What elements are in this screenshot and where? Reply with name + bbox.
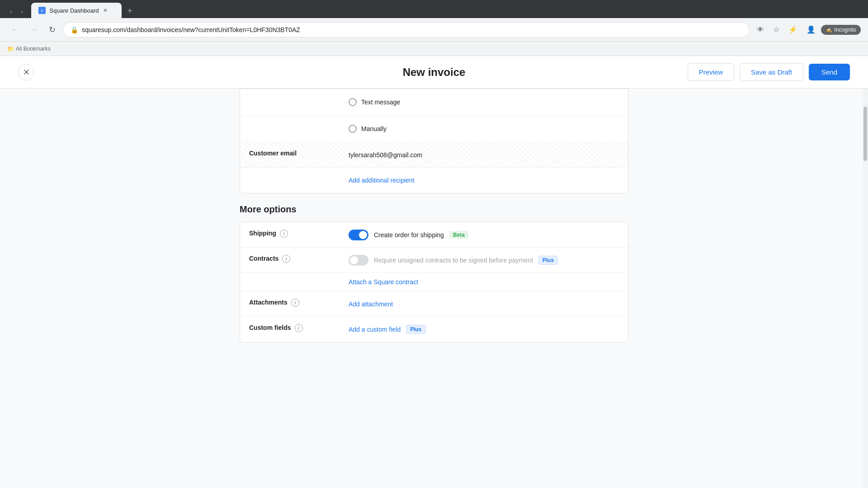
scrollbar-thumb[interactable] (863, 107, 867, 161)
add-custom-field-link[interactable]: Add a custom field (349, 326, 401, 333)
add-recipient-link[interactable]: Add additional recipient (349, 177, 415, 184)
new-tab-btn[interactable]: + (123, 4, 136, 18)
tab-favicon: S (38, 7, 46, 14)
shipping-beta-badge: Beta (449, 231, 468, 239)
close-invoice-btn[interactable]: ✕ (18, 64, 34, 80)
active-tab[interactable]: S Square Dashboard ✕ (31, 3, 122, 18)
attachments-info-icon[interactable]: i (291, 299, 299, 307)
bookmarks-label: All Bookmarks (16, 46, 51, 52)
bookmarks-folder-icon: 📁 (7, 46, 14, 52)
attachments-content: Add attachment (340, 291, 628, 316)
reload-btn[interactable]: ↻ (45, 21, 59, 38)
contracts-plus-badge: Plus (538, 256, 558, 265)
text-message-content: Text message (340, 89, 628, 115)
tab-forward-arrow[interactable]: › (19, 5, 26, 18)
contracts-label: Contracts i (240, 248, 340, 272)
back-btn[interactable]: ← (7, 21, 23, 38)
manually-content: Manually (340, 116, 628, 142)
shipping-content: Create order for shipping Beta (340, 222, 628, 247)
customer-email-content: tylersarah508@gmail.com (340, 142, 628, 167)
page-wrapper: Text message Manually (0, 89, 868, 488)
tab-back-arrow[interactable]: ‹ (7, 5, 15, 18)
preview-button[interactable]: Preview (688, 63, 734, 81)
tab-controls: ‹ › (4, 5, 29, 18)
header-actions: Preview Save as Draft Send (688, 63, 850, 81)
add-recipient-row: Add additional recipient (240, 168, 628, 193)
customer-email-row: Customer email tylersarah508@gmail.com (240, 142, 628, 168)
page-title: New invoice (403, 66, 466, 79)
incognito-badge: 🕵 Incognito (821, 25, 861, 35)
profile-icon[interactable]: 👤 (803, 22, 819, 38)
manually-option[interactable]: Manually (349, 121, 387, 136)
forward-btn[interactable]: → (26, 21, 42, 38)
manually-row: Manually (240, 116, 628, 142)
incognito-icon: 🕵 (826, 27, 832, 33)
attachments-label: Attachments i (240, 291, 340, 316)
bookmarks-bar: 📁 All Bookmarks (0, 42, 868, 56)
page-content: ✕ New invoice Preview Save as Draft Send (0, 56, 868, 488)
add-recipient-content: Add additional recipient (340, 168, 628, 193)
custom-fields-plus-badge: Plus (406, 325, 425, 334)
custom-fields-info-icon[interactable]: i (295, 324, 303, 332)
save-draft-button[interactable]: Save as Draft (740, 63, 803, 81)
contracts-row: Contracts i Require unsigned contracts t… (240, 248, 628, 291)
svg-text:S: S (41, 9, 43, 13)
eye-off-icon[interactable]: 👁 (753, 22, 768, 38)
custom-fields-row: Custom fields i Add a custom field Plus (240, 317, 628, 342)
contracts-toggle[interactable] (349, 255, 368, 266)
customer-email-value: tylersarah508@gmail.com (349, 151, 422, 159)
custom-fields-content: Add a custom field Plus (340, 317, 628, 342)
url-text: squaresup.com/dashboard/invoices/new?cur… (82, 26, 742, 33)
add-attachment-link[interactable]: Add attachment (349, 300, 393, 308)
contracts-toggle-slider (349, 255, 368, 266)
browser-toolbar: ← → ↻ 🔒 squaresup.com/dashboard/invoices… (0, 18, 868, 42)
shipping-label: Shipping i (240, 222, 340, 247)
send-options-card: Text message Manually (240, 89, 628, 193)
attach-contract-content: Attach a Square contract (340, 273, 628, 291)
manually-radio[interactable] (349, 125, 357, 133)
content-wrapper: Text message Manually (240, 89, 628, 371)
send-button[interactable]: Send (809, 64, 850, 80)
shipping-description: Create order for shipping (374, 231, 444, 239)
text-message-label: Text message (361, 99, 400, 106)
tab-title: Square Dashboard (49, 7, 99, 14)
contracts-description: Require unsigned contracts to be signed … (374, 257, 533, 264)
extension-icon[interactable]: ⚡ (785, 22, 801, 38)
text-message-option[interactable]: Text message (349, 94, 400, 110)
toolbar-actions: 👁 ☆ ⚡ 👤 🕵 Incognito (753, 22, 861, 38)
attachments-row: Attachments i Add attachment (240, 291, 628, 317)
text-message-row: Text message (240, 89, 628, 116)
customer-email-label: Customer email (240, 142, 340, 167)
more-options-card: Shipping i Create order for shipping Bet… (240, 222, 628, 343)
text-message-radio[interactable] (349, 98, 357, 106)
shipping-toggle-slider (349, 230, 368, 240)
manually-label: Manually (361, 125, 387, 132)
browser-tab-bar: ‹ › S Square Dashboard ✕ + (0, 0, 868, 18)
attach-contract-link[interactable]: Attach a Square contract (349, 278, 418, 286)
shipping-info-icon[interactable]: i (280, 230, 288, 238)
incognito-label: Incognito (834, 27, 856, 33)
shipping-toggle[interactable] (349, 230, 368, 240)
bookmark-icon[interactable]: ☆ (769, 22, 783, 38)
lock-icon: 🔒 (71, 26, 78, 33)
main-area: Text message Manually (0, 89, 868, 371)
browser-window: ‹ › S Square Dashboard ✕ + ← → ↻ 🔒 squar… (0, 0, 868, 488)
page-header: ✕ New invoice Preview Save as Draft Send (0, 56, 868, 89)
address-bar[interactable]: 🔒 squaresup.com/dashboard/invoices/new?c… (63, 22, 750, 38)
contracts-content: Require unsigned contracts to be signed … (340, 248, 628, 272)
shipping-row: Shipping i Create order for shipping Bet… (240, 222, 628, 248)
custom-fields-label: Custom fields i (240, 317, 340, 342)
tab-close-btn[interactable]: ✕ (102, 6, 108, 14)
more-options-title: More options (240, 204, 628, 215)
scrollbar-track[interactable] (863, 89, 868, 488)
contracts-info-icon[interactable]: i (282, 255, 290, 263)
